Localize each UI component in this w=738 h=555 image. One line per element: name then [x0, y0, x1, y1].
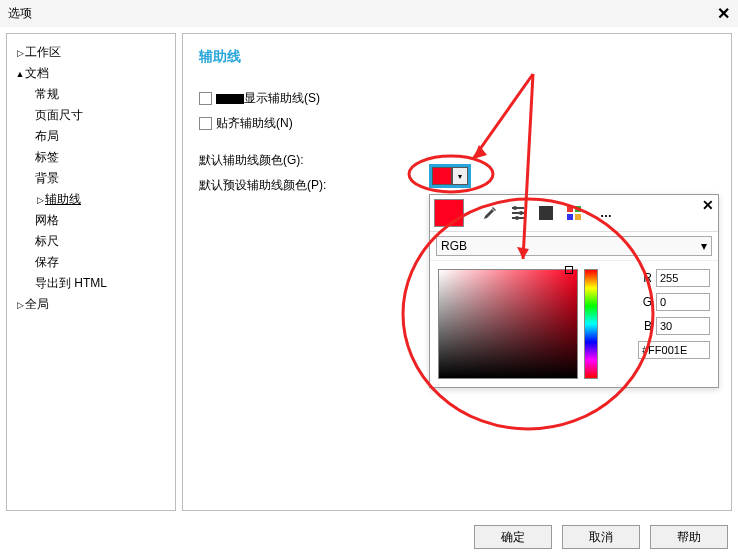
sv-cursor[interactable]: [565, 266, 573, 274]
settings-panel: 辅助线 显示辅助线(S) 贴齐辅助线(N) 默认辅助线颜色(G): 默认预设辅助…: [182, 33, 732, 511]
tree-item[interactable]: 页面尺寸: [11, 105, 171, 126]
snap-guides-label: 贴齐辅助线(N): [216, 115, 293, 132]
tree-document[interactable]: ▲文档: [11, 63, 171, 84]
cancel-button[interactable]: 取消: [562, 525, 640, 549]
b-label: B: [638, 319, 652, 333]
tree-workspace[interactable]: ▷工作区: [11, 42, 171, 63]
svg-point-2: [515, 216, 519, 220]
g-input[interactable]: [656, 293, 710, 311]
svg-point-1: [519, 211, 523, 215]
color-dropdown[interactable]: ▾: [429, 164, 471, 188]
tree-global[interactable]: ▷全局: [11, 294, 171, 315]
svg-rect-6: [567, 214, 573, 220]
hex-input[interactable]: [638, 341, 710, 359]
redacted-icon: [216, 94, 244, 104]
svg-rect-4: [567, 206, 573, 212]
svg-rect-5: [575, 206, 581, 212]
r-label: R: [638, 271, 652, 285]
tree-item[interactable]: 标签: [11, 147, 171, 168]
svg-rect-3: [539, 206, 553, 220]
close-icon[interactable]: ✕: [717, 4, 730, 23]
chevron-down-icon[interactable]: ▾: [452, 167, 468, 185]
palette-icon[interactable]: [534, 201, 558, 225]
tree-item-guides[interactable]: ▷辅助线: [11, 189, 171, 210]
panel-heading: 辅助线: [199, 48, 715, 66]
tree-item[interactable]: 常规: [11, 84, 171, 105]
grid-icon[interactable]: [562, 201, 586, 225]
sliders-icon[interactable]: [506, 201, 530, 225]
tree-item[interactable]: 背景: [11, 168, 171, 189]
color-mode-select[interactable]: RGB▾: [436, 236, 712, 256]
current-color-swatch: [434, 199, 464, 227]
show-guides-label: 显示辅助线(S): [244, 90, 320, 107]
eyedropper-icon[interactable]: [478, 201, 502, 225]
preset-color-label: 默认预设辅助线颜色(P):: [199, 177, 326, 194]
saturation-value-field[interactable]: [438, 269, 578, 379]
r-input[interactable]: [656, 269, 710, 287]
help-button[interactable]: 帮助: [650, 525, 728, 549]
chevron-down-icon: ▾: [701, 239, 707, 253]
svg-point-0: [513, 206, 517, 210]
tree-item[interactable]: 保存: [11, 252, 171, 273]
picker-close-icon[interactable]: ✕: [702, 197, 714, 213]
b-input[interactable]: [656, 317, 710, 335]
svg-rect-7: [575, 214, 581, 220]
g-label: G: [638, 295, 652, 309]
hue-slider[interactable]: [584, 269, 598, 379]
default-color-label: 默认辅助线颜色(G):: [199, 152, 304, 169]
color-swatch: [432, 167, 452, 185]
nav-tree: ▷工作区 ▲文档 常规 页面尺寸 布局 标签 背景 ▷辅助线 网格 标尺 保存 …: [6, 33, 176, 511]
tree-item[interactable]: 网格: [11, 210, 171, 231]
more-icon[interactable]: …: [594, 201, 618, 225]
window-title: 选项: [8, 5, 32, 22]
color-picker-popup: … ✕ RGB▾ R G B: [429, 194, 719, 388]
tree-item[interactable]: 导出到 HTML: [11, 273, 171, 294]
tree-item[interactable]: 标尺: [11, 231, 171, 252]
snap-guides-checkbox[interactable]: [199, 117, 212, 130]
tree-item[interactable]: 布局: [11, 126, 171, 147]
ok-button[interactable]: 确定: [474, 525, 552, 549]
show-guides-checkbox[interactable]: [199, 92, 212, 105]
